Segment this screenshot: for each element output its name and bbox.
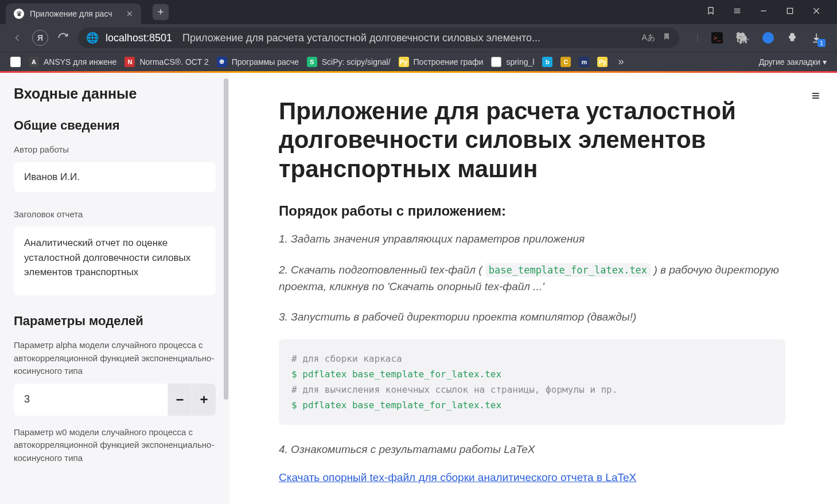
bookmark-outline-icon[interactable] bbox=[706, 6, 715, 18]
report-title-label: Заголовок отчета bbox=[14, 208, 216, 221]
downloads-icon[interactable] bbox=[811, 32, 822, 44]
author-input[interactable] bbox=[14, 162, 216, 192]
bookmark-scipy[interactable]: SSciPy: scipy/signal/ bbox=[307, 57, 391, 67]
bookmark-label: spring_l bbox=[506, 57, 534, 67]
alpha-increment-button[interactable]: + bbox=[192, 384, 216, 416]
main-content: ≡ Приложение для расчета усталостной дол… bbox=[229, 73, 837, 504]
menu-icon[interactable] bbox=[733, 6, 742, 18]
browser-tab[interactable]: ♛ Приложение для расч ✕ bbox=[6, 3, 141, 24]
step-1: 1. Задать значения управляющих параметро… bbox=[279, 230, 785, 247]
step-3: 3. Запустить в рабочей директории проект… bbox=[279, 308, 785, 325]
terminal-icon[interactable]: >_ bbox=[711, 32, 723, 44]
yandex-button[interactable]: Я bbox=[32, 30, 48, 46]
bookmark-square-c[interactable]: m bbox=[579, 57, 589, 67]
tab-strip: ♛ Приложение для расч ✕ + bbox=[0, 0, 837, 24]
w0-label: Параметр w0 модели случайного процесса с… bbox=[14, 426, 216, 465]
tex-filename-code: base_template_for_latex.tex bbox=[485, 263, 651, 277]
step-2-prefix: 2. Скачать подготовленный tex-файл ( bbox=[279, 264, 485, 276]
chevron-down-icon: ▾ bbox=[823, 57, 827, 67]
bookmark-page-icon[interactable] bbox=[662, 32, 671, 44]
tab-title: Приложение для расч bbox=[30, 9, 120, 18]
sidebar-title: Входные данные bbox=[14, 85, 216, 102]
window-minimize-button[interactable] bbox=[759, 6, 768, 18]
bookmark-square-b[interactable]: C bbox=[560, 57, 571, 67]
scrollbar-thumb[interactable] bbox=[224, 79, 228, 400]
window-controls bbox=[706, 6, 831, 18]
alpha-input[interactable] bbox=[14, 384, 168, 416]
bookmarks-bar: M AANSYS для инжене NNormaCS®. ОСТ 2 ⊕Пр… bbox=[0, 52, 837, 71]
bookmarks-overflow[interactable]: » bbox=[616, 56, 626, 68]
window-maximize-button[interactable] bbox=[785, 6, 795, 18]
address-row: Я 🌐 localhost:8501 Приложение для расчет… bbox=[0, 24, 837, 52]
other-bookmarks-label: Другие закладки bbox=[759, 57, 820, 67]
new-tab-button[interactable]: + bbox=[153, 4, 169, 20]
step-2: 2. Скачать подготовленный tex-файл ( bas… bbox=[279, 261, 785, 295]
guide-heading: Порядок работы с приложением: bbox=[279, 203, 785, 219]
bookmark-square-d[interactable]: Py bbox=[597, 57, 608, 67]
drive-icon[interactable] bbox=[762, 32, 774, 44]
step-4: 4. Ознакомиться с результатами работы La… bbox=[279, 441, 785, 458]
page-title: Приложение для расчета усталостной долго… bbox=[279, 97, 785, 183]
bookmark-normacs[interactable]: NNormaCS®. ОСТ 2 bbox=[124, 57, 208, 67]
close-icon[interactable]: ✕ bbox=[126, 9, 133, 18]
toolbar-icons: | >_ 🐘 bbox=[687, 31, 827, 45]
hamburger-icon[interactable]: ≡ bbox=[812, 88, 820, 104]
bookmark-label: Программы расче bbox=[232, 57, 299, 67]
evernote-icon[interactable]: 🐘 bbox=[735, 31, 750, 45]
bookmark-label: ANSYS для инжене bbox=[44, 57, 116, 67]
window-close-button[interactable] bbox=[812, 6, 821, 18]
bookmark-spring[interactable]: spring_l bbox=[491, 57, 534, 67]
crown-icon: ♛ bbox=[14, 9, 24, 19]
sidebar-section-models: Параметры моделей bbox=[14, 314, 216, 329]
other-bookmarks[interactable]: Другие закладки ▾ bbox=[759, 57, 827, 67]
reload-button[interactable] bbox=[56, 31, 70, 45]
bookmark-label: NormaCS®. ОСТ 2 bbox=[139, 57, 208, 67]
author-label: Автор работы bbox=[14, 143, 216, 157]
alpha-stepper: − + bbox=[14, 384, 216, 416]
svg-rect-4 bbox=[787, 8, 792, 13]
bookmark-mathworks[interactable]: ⊕Программы расче bbox=[217, 57, 299, 67]
download-tex-link[interactable]: Скачать опорный tex-файл для сборки анал… bbox=[279, 471, 636, 483]
code-comment-1: # для сборки каркаса bbox=[291, 351, 773, 366]
code-line-2: $ pdflatex base_template_for_latex.tex bbox=[291, 397, 773, 413]
back-button[interactable] bbox=[10, 31, 24, 45]
app-page: Входные данные Общие сведения Автор рабо… bbox=[0, 73, 837, 504]
bookmark-label: Построение графи bbox=[414, 57, 484, 67]
code-line-1: $ pdflatex base_template_for_latex.tex bbox=[291, 366, 773, 382]
bookmark-label: SciPy: scipy/signal/ bbox=[322, 57, 391, 67]
alpha-decrement-button[interactable]: − bbox=[168, 384, 192, 416]
code-comment-2: # для вычисления конечных ссылок на стра… bbox=[291, 382, 773, 397]
translate-icon[interactable]: Aあ bbox=[642, 33, 655, 43]
extensions-icon[interactable] bbox=[787, 32, 798, 44]
browser-chrome: ♛ Приложение для расч ✕ + bbox=[0, 0, 837, 71]
sidebar: Входные данные Общие сведения Автор рабо… bbox=[0, 73, 229, 504]
address-bar[interactable]: 🌐 localhost:8501 Приложение для расчета … bbox=[78, 28, 679, 48]
alpha-label: Параметр alpha модели случайного процесс… bbox=[14, 339, 216, 378]
url-host: localhost:8501 bbox=[106, 32, 172, 44]
divider: | bbox=[696, 33, 699, 43]
code-block: # для сборки каркаса $ pdflatex base_tem… bbox=[279, 339, 785, 425]
report-title-input[interactable] bbox=[14, 226, 216, 295]
bookmark-gmail[interactable]: M bbox=[10, 57, 21, 67]
globe-icon: 🌐 bbox=[86, 32, 99, 44]
page-title-truncated: Приложение для расчета усталостной долго… bbox=[182, 32, 634, 44]
bookmark-ansys[interactable]: AANSYS для инжене bbox=[29, 57, 116, 67]
sidebar-section-general: Общие сведения bbox=[14, 118, 216, 133]
bookmark-square-a[interactable]: b bbox=[542, 57, 552, 67]
bookmark-python-plot[interactable]: PyПостроение графи bbox=[399, 57, 484, 67]
